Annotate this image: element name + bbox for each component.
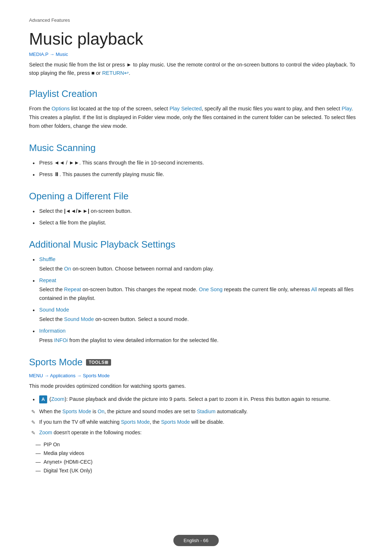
footer-bar: English - 66 — [173, 535, 219, 546]
play-selected-link: Play Selected — [170, 106, 202, 111]
repeat-label: Repeat — [39, 277, 56, 283]
shuffle-text: Select the On on-screen button. Choose b… — [39, 265, 363, 273]
on-link: On — [64, 266, 71, 272]
sound-mode-label: Sound Mode — [39, 307, 69, 313]
sports-mode-ref-1: Sports Mode — [62, 408, 91, 414]
all-link: All — [311, 286, 317, 292]
stadium-link: Stadium — [197, 408, 215, 414]
pencil-item-3: Zoom doesn't operate in the following mo… — [29, 428, 363, 437]
nav-path: MEDIA.P → Music — [29, 52, 363, 57]
sound-mode-item: Sound Mode Select the Sound Mode on-scre… — [29, 306, 363, 324]
section-music-scanning: Music Scanning Press ◄◄ / ►►. This scans… — [29, 142, 363, 179]
pencil-item-2: If you turn the TV off while watching Sp… — [29, 418, 363, 426]
repeat-link: Repeat — [64, 286, 81, 292]
menu-link: MENU — [29, 373, 43, 378]
dash-item-1: PIP On — [29, 440, 363, 449]
section-playlist-creation: Playlist Creation From the Options list … — [29, 88, 363, 131]
sports-nav-path: MENU → Applications → Sports Mode — [29, 373, 363, 378]
playlist-text: From the Options list located at the top… — [29, 105, 363, 131]
sound-mode-link: Sound Mode — [64, 316, 94, 322]
dash-item-2: Media play videos — [29, 449, 363, 458]
shuffle-item: Shuffle Select the On on-screen button. … — [29, 255, 363, 273]
zoom-badge: A — [39, 395, 47, 403]
dash-item-3: Anynet+ (HDMI-CEC) — [29, 458, 363, 467]
one-song-link: One Song — [199, 286, 222, 292]
information-label: Information — [39, 328, 66, 334]
sound-mode-text: Select the Sound Mode on-screen button. … — [39, 315, 363, 324]
zoom-link: Zoom — [51, 396, 65, 402]
applications-link: Applications — [50, 373, 75, 378]
options-link: Options — [52, 106, 70, 111]
section-title-sports: Sports Mode TOOLS⊞ — [29, 357, 363, 368]
section-additional-settings: Additional Music Playback Settings Shuff… — [29, 239, 363, 345]
section-opening-file: Opening a Different File Select the |◄◄/… — [29, 191, 363, 227]
section-title-scanning: Music Scanning — [29, 142, 363, 154]
section-title-playlist: Playlist Creation — [29, 88, 363, 99]
shuffle-label: Shuffle — [39, 256, 56, 262]
scanning-item-2: Press ⏸. This pauses the currently playi… — [29, 170, 363, 179]
zoom-bullet-item: A (Zoom): Pause playback and divide the … — [29, 395, 363, 404]
section-sports-mode: Sports Mode TOOLS⊞ MENU → Applications →… — [29, 357, 363, 475]
scanning-list: Press ◄◄ / ►►. This scans through the fi… — [29, 159, 363, 179]
breadcrumb: Advanced Features — [29, 17, 363, 23]
sports-mode-title-text: Sports Mode — [29, 357, 82, 368]
information-text: Press INFOi from the playlist to view de… — [39, 336, 363, 345]
sports-intro: This mode provides optimized condition f… — [29, 382, 363, 391]
sports-mode-ref-3: Sports Mode — [161, 419, 190, 425]
section-title-opening: Opening a Different File — [29, 191, 363, 202]
opening-list: Select the |◄◄/►►| on-screen button. Sel… — [29, 207, 363, 227]
opening-item-2: Select a file from the playlist. — [29, 219, 363, 227]
opening-item-1: Select the |◄◄/►►| on-screen button. — [29, 207, 363, 216]
tools-badge: TOOLS⊞ — [86, 359, 111, 366]
sports-bullet-list: A (Zoom): Pause playback and divide the … — [29, 395, 363, 404]
on-ref: On — [98, 408, 105, 414]
repeat-item: Repeat Select the Repeat on-screen butto… — [29, 276, 363, 303]
return-link: RETURN↩ — [102, 70, 128, 76]
zoom-text: (Zoom): Pause playback and divide the pi… — [49, 396, 331, 402]
zoom-ref: Zoom — [39, 430, 52, 435]
footer-text: English - 66 — [184, 538, 209, 543]
info-link: INFOi — [54, 337, 68, 343]
section-title-additional: Additional Music Playback Settings — [29, 239, 363, 250]
sports-mode-ref-2: Sports Mode — [121, 419, 150, 425]
dash-item-4: Digital Text (UK Only) — [29, 467, 363, 475]
sports-pencil-list: When the Sports Mode is On, the picture … — [29, 407, 363, 437]
additional-list: Shuffle Select the On on-screen button. … — [29, 255, 363, 345]
intro-text: Select the music file from the list or p… — [29, 61, 363, 77]
sports-dash-list: PIP On Media play videos Anynet+ (HDMI-C… — [29, 440, 363, 475]
play-link: Play — [342, 106, 351, 111]
scanning-item-1: Press ◄◄ / ►►. This scans through the fi… — [29, 159, 363, 167]
repeat-text: Select the Repeat on-screen button. This… — [39, 285, 363, 303]
information-item: Information Press INFOi from the playlis… — [29, 327, 363, 345]
pencil-item-1: When the Sports Mode is On, the picture … — [29, 407, 363, 416]
sports-mode-link: Sports Mode — [83, 373, 110, 378]
page-title: Music playback — [29, 29, 363, 49]
